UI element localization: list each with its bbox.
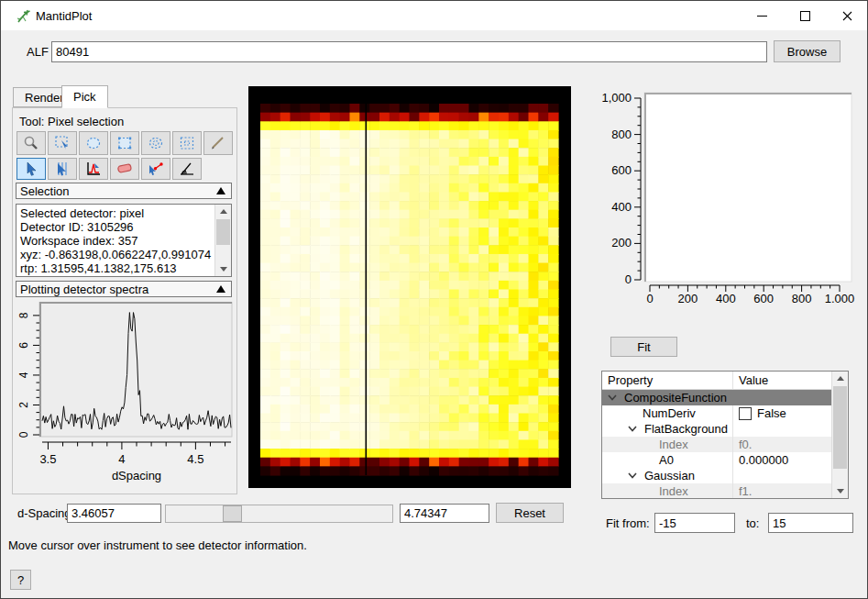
table-header-property: Property	[602, 372, 733, 389]
selection-info-text[interactable]: Selected detector: pixelDetector ID: 310…	[16, 205, 214, 276]
svg-text:6: 6	[17, 342, 30, 349]
minimize-button[interactable]	[741, 1, 783, 30]
svg-text:8: 8	[17, 312, 30, 318]
scroll-down-button[interactable]	[832, 484, 848, 498]
svg-text:2: 2	[17, 402, 30, 408]
fit-preview-plot[interactable]: 02004006008001,00002004006008001.000	[597, 89, 866, 316]
function-table-row[interactable]: Gaussian	[602, 468, 831, 483]
svg-text:400: 400	[611, 200, 632, 214]
draw-ring-ellipse-tool-button[interactable]	[141, 131, 170, 155]
function-table-row[interactable]: CompositeFunction	[602, 390, 831, 405]
chevron-down-icon	[628, 472, 637, 479]
spectra-section-header[interactable]: Plotting detector spectra	[16, 281, 232, 297]
svg-text:600: 600	[753, 292, 774, 305]
add-peak-icon	[84, 161, 103, 177]
measure-angle-tool-button[interactable]	[172, 158, 202, 180]
zoom-icon	[22, 135, 40, 151]
function-table-row[interactable]: A00.000000	[602, 452, 831, 468]
function-table-row[interactable]: FlatBackground	[602, 421, 831, 437]
tab-pick[interactable]: Pick	[61, 85, 108, 108]
close-button[interactable]	[826, 1, 868, 30]
property-value: f0.	[739, 438, 752, 451]
draw-ellipse-tool-button[interactable]	[79, 131, 108, 155]
function-table-body: PropertyValueCompositeFunctionNumDerivFa…	[602, 372, 831, 498]
svg-text:600: 600	[611, 163, 632, 177]
browse-button[interactable]: Browse	[774, 40, 841, 62]
svg-text:800: 800	[792, 292, 812, 305]
dspacing-min-input[interactable]	[67, 504, 161, 523]
edit-shape-tool-button[interactable]	[48, 131, 77, 155]
svg-text:0: 0	[646, 292, 653, 305]
help-button[interactable]: ?	[10, 570, 31, 590]
property-value: False	[757, 406, 786, 420]
draw-free-tool-button[interactable]	[203, 131, 233, 155]
reset-button[interactable]: Reset	[496, 503, 564, 523]
table-scrollbar[interactable]	[831, 372, 848, 498]
zoom-tool-button[interactable]	[16, 131, 46, 155]
function-table-row[interactable]: Indexf0.	[602, 437, 831, 452]
scroll-thumb[interactable]	[833, 386, 847, 469]
fit-to-label: to:	[746, 516, 759, 530]
scroll-down-button[interactable]	[215, 262, 231, 276]
function-table-row[interactable]: NumDerivFalse	[602, 405, 831, 421]
tube-selection-icon	[53, 161, 71, 177]
function-table-row[interactable]: Indexf1.	[602, 483, 831, 498]
arrow-down-icon	[220, 267, 227, 272]
svg-text:1,000: 1,000	[601, 91, 632, 105]
svg-text:4: 4	[17, 372, 30, 378]
property-name: A0	[659, 453, 674, 467]
mantidplot-window: MantidPlot ALF Browse Render Pick Tool: …	[0, 0, 868, 599]
table-header-value: Value	[733, 372, 831, 389]
arrow-up-icon	[837, 376, 844, 381]
alf-run-input[interactable]	[51, 41, 767, 62]
scroll-thumb[interactable]	[216, 219, 230, 245]
detector-spectrum-plot: 024683.544.5dSpacing	[14, 302, 237, 489]
dspacing-slider[interactable]	[165, 505, 393, 523]
compare-peak-tool-button[interactable]	[141, 158, 170, 180]
selection-info-line: xyz: -0.863198,0.0662247,0.991074	[20, 248, 214, 261]
minimize-icon	[757, 16, 767, 17]
alf-label: ALF	[27, 45, 49, 59]
svg-text:0: 0	[625, 272, 632, 286]
property-name: Index	[659, 484, 688, 498]
pixel-selection-icon	[22, 161, 40, 177]
draw-rectangle-tool-button[interactable]	[110, 131, 139, 155]
arrow-down-icon	[837, 489, 844, 494]
pixel-selection-tool-button[interactable]	[16, 158, 46, 180]
chevron-down-icon	[608, 394, 617, 401]
svg-text:4: 4	[118, 452, 125, 466]
draw-free-icon	[209, 135, 227, 151]
add-peak-tool-button[interactable]	[79, 158, 108, 180]
slider-handle[interactable]	[223, 505, 242, 522]
svg-text:800: 800	[611, 128, 632, 141]
numderiv-checkbox[interactable]	[739, 407, 752, 420]
erase-peak-icon	[115, 161, 134, 177]
property-name: NumDeriv	[643, 406, 696, 420]
selection-scrollbar[interactable]	[214, 205, 231, 276]
maximize-button[interactable]	[784, 1, 826, 30]
fit-to-input[interactable]	[768, 513, 853, 533]
chevron-down-icon	[628, 426, 637, 432]
title-bar: MantidPlot	[1, 1, 867, 30]
selection-section-header[interactable]: Selection	[16, 183, 232, 199]
instrument-view[interactable]	[248, 86, 571, 488]
fit-button[interactable]: Fit	[610, 337, 677, 357]
property-name: CompositeFunction	[624, 391, 727, 405]
dspacing-max-input[interactable]	[400, 504, 489, 523]
function-property-table: PropertyValueCompositeFunctionNumDerivFa…	[601, 371, 849, 499]
scroll-up-button[interactable]	[215, 205, 231, 218]
selection-info-box: Selected detector: pixelDetector ID: 310…	[16, 204, 232, 277]
tool-label: Tool: Pixel selection	[19, 115, 124, 128]
draw-ring-rectangle-tool-button[interactable]	[172, 131, 202, 155]
draw-rectangle-icon	[115, 135, 134, 151]
property-name: FlatBackground	[644, 422, 728, 436]
erase-peak-tool-button[interactable]	[110, 158, 139, 180]
svg-text:200: 200	[678, 292, 698, 305]
tube-selection-tool-button[interactable]	[48, 158, 77, 180]
fit-from-input[interactable]	[654, 513, 735, 533]
app-icon	[16, 8, 31, 27]
property-name: Gaussian	[644, 469, 695, 483]
property-value[interactable]: 0.000000	[739, 453, 788, 467]
draw-ring-rectangle-icon	[178, 135, 196, 151]
scroll-up-button[interactable]	[832, 372, 848, 385]
